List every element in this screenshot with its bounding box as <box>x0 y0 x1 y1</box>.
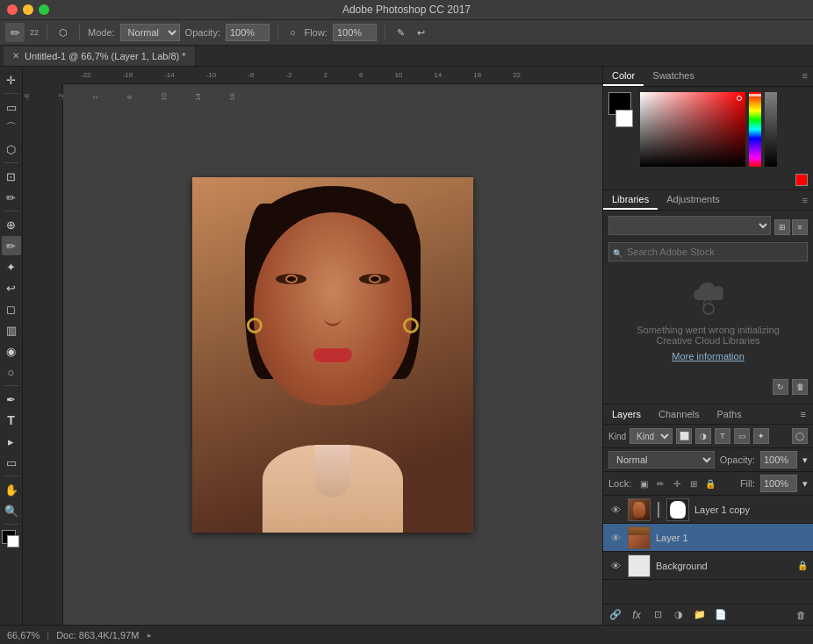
zoom-tool[interactable]: 🔍 <box>2 501 21 520</box>
minimize-button[interactable] <box>23 4 33 15</box>
tab-swatches[interactable]: Swatches <box>644 67 703 86</box>
brush-tool-btn[interactable]: ✏ <box>5 23 25 42</box>
brush-icon[interactable]: ⬡ <box>55 25 71 40</box>
eraser-tool[interactable]: ◻ <box>2 299 21 318</box>
smoothing-btn[interactable]: ✎ <box>393 25 408 40</box>
fill-field[interactable] <box>760 475 797 492</box>
current-color-swatch[interactable] <box>795 174 808 186</box>
lib-refresh-btn[interactable]: ↻ <box>773 379 788 395</box>
kind-select[interactable]: Kind <box>630 428 673 444</box>
layer-adjustment-btn[interactable]: ◑ <box>670 607 687 623</box>
filter-smart-btn[interactable]: ✦ <box>753 428 769 444</box>
filter-shape-btn[interactable]: ▭ <box>734 428 750 444</box>
layer-mask-btn[interactable]: ⊡ <box>649 607 666 623</box>
lock-all-btn[interactable]: 🔒 <box>703 476 717 490</box>
eyedropper-tool[interactable]: ✏ <box>2 188 21 207</box>
color-panel-menu[interactable]: ≡ <box>797 67 813 86</box>
lock-artboard-btn[interactable]: ⊞ <box>687 476 701 490</box>
flow-input[interactable] <box>333 24 377 41</box>
layer-item-layer1copy[interactable]: 👁 Layer 1 copy <box>603 496 813 524</box>
dodge-tool[interactable]: ○ <box>2 362 21 382</box>
crop-tool[interactable]: ⊡ <box>2 167 21 186</box>
layers-panel-menu[interactable]: ≡ <box>794 405 813 423</box>
tab-layers[interactable]: Layers <box>603 404 650 424</box>
ruler-tick: -18 <box>123 71 133 79</box>
close-tab-icon[interactable]: ✕ <box>12 51 19 61</box>
layer-item-layer1[interactable]: 👁 Layer 1 <box>603 524 813 552</box>
blur-tool[interactable]: ◉ <box>2 341 21 361</box>
layer-eye-layer1[interactable]: 👁 <box>608 531 622 545</box>
lock-position-btn[interactable]: ✛ <box>670 476 684 490</box>
filter-pixel-btn[interactable]: ⬜ <box>676 428 692 444</box>
libraries-dropdown[interactable] <box>608 216 771 235</box>
filter-type-btn[interactable]: T <box>715 428 730 444</box>
opacity-input[interactable] <box>226 24 270 41</box>
healing-brush-tool[interactable]: ⊕ <box>2 215 21 234</box>
lock-brush-btn[interactable]: ✏ <box>653 476 667 490</box>
mode-select[interactable]: Normal Multiply Screen Overlay <box>120 24 180 41</box>
tool-separator-4 <box>4 385 19 386</box>
color-picker-handle[interactable] <box>737 96 742 101</box>
hand-tool[interactable]: ✋ <box>2 480 21 499</box>
hue-slider[interactable] <box>749 92 761 167</box>
library-search-input[interactable] <box>608 242 808 261</box>
opacity-field[interactable] <box>760 451 797 469</box>
window-controls[interactable] <box>7 4 49 15</box>
layer-folder-btn[interactable]: 📁 <box>691 607 709 623</box>
layer-new-btn[interactable]: 📄 <box>712 607 730 623</box>
document-tab[interactable]: ✕ Untitled-1 @ 66,7% (Layer 1, Lab/8) * <box>4 47 196 66</box>
lib-delete-btn[interactable]: 🗑 <box>792 379 808 395</box>
tab-paths[interactable]: Paths <box>709 404 751 424</box>
color-panel-tabs: Color Swatches ≡ <box>603 67 813 87</box>
libraries-header: Libraries Adjustments ≡ <box>603 190 813 211</box>
saturation-slider[interactable] <box>765 92 777 167</box>
fg-bg-swatch <box>608 92 631 167</box>
lock-transparent-btn[interactable]: ▣ <box>637 476 651 490</box>
type-tool[interactable]: T <box>2 411 21 430</box>
history-btn[interactable]: ↩ <box>414 25 428 40</box>
blend-mode-select[interactable]: Normal Multiply Screen Overlay Soft Ligh… <box>608 451 715 469</box>
maximize-button[interactable] <box>39 4 49 15</box>
pen-tool[interactable]: ✒ <box>2 390 21 409</box>
background-swatch[interactable] <box>615 110 633 127</box>
fill-stepper[interactable]: ▾ <box>802 478 808 490</box>
layer-name-background: Background <box>656 561 792 571</box>
ruler-tick-v: 14 <box>194 93 202 101</box>
layer-eye-layer1copy[interactable]: 👁 <box>608 503 622 517</box>
lasso-tool[interactable]: ⌒ <box>2 118 21 138</box>
tab-color[interactable]: Color <box>603 67 644 86</box>
brush-tool[interactable]: ✏ <box>2 236 21 255</box>
airbrush-toggle[interactable]: ○ <box>286 25 299 39</box>
clone-stamp-tool[interactable]: ✦ <box>2 257 21 276</box>
filter-adjustment-btn[interactable]: ◑ <box>695 428 711 444</box>
rectangular-marquee-tool[interactable]: ▭ <box>2 97 21 117</box>
filter-toggle[interactable]: ◯ <box>792 428 808 444</box>
layer-item-background[interactable]: 👁 Background 🔒 <box>603 552 813 580</box>
tab-libraries[interactable]: Libraries <box>603 190 658 210</box>
layer-delete-btn[interactable]: 🗑 <box>792 607 809 623</box>
quick-selection-tool[interactable]: ⬡ <box>2 140 21 159</box>
libraries-more-info[interactable]: More information <box>672 351 745 361</box>
document-canvas[interactable] <box>192 177 473 533</box>
close-button[interactable] <box>7 4 18 15</box>
face-oval <box>254 212 412 405</box>
libraries-menu[interactable]: ≡ <box>797 191 813 209</box>
rectangle-tool[interactable]: ▭ <box>2 453 21 472</box>
path-selection-tool[interactable]: ▸ <box>2 432 21 451</box>
grid-view-btn[interactable]: ⊞ <box>774 219 790 235</box>
history-brush-tool[interactable]: ↩ <box>2 278 21 297</box>
doc-info-expand[interactable]: ▸ <box>147 631 152 640</box>
tab-channels[interactable]: Channels <box>650 404 708 424</box>
list-view-btn[interactable]: ≡ <box>792 219 808 235</box>
layer-eye-background[interactable]: 👁 <box>608 559 622 573</box>
opacity-stepper[interactable]: ▾ <box>802 454 808 466</box>
canvas-content[interactable] <box>63 84 602 625</box>
tab-adjustments[interactable]: Adjustments <box>658 190 729 210</box>
layer-link-btn[interactable]: 🔗 <box>607 607 624 623</box>
color-gradient[interactable] <box>640 92 745 167</box>
background-color[interactable] <box>7 535 19 547</box>
layer-fx-btn[interactable]: fx <box>628 607 645 623</box>
move-tool[interactable]: ✛ <box>2 70 21 89</box>
gradient-tool[interactable]: ▥ <box>2 320 21 340</box>
fg-bg-colors[interactable] <box>2 530 21 553</box>
